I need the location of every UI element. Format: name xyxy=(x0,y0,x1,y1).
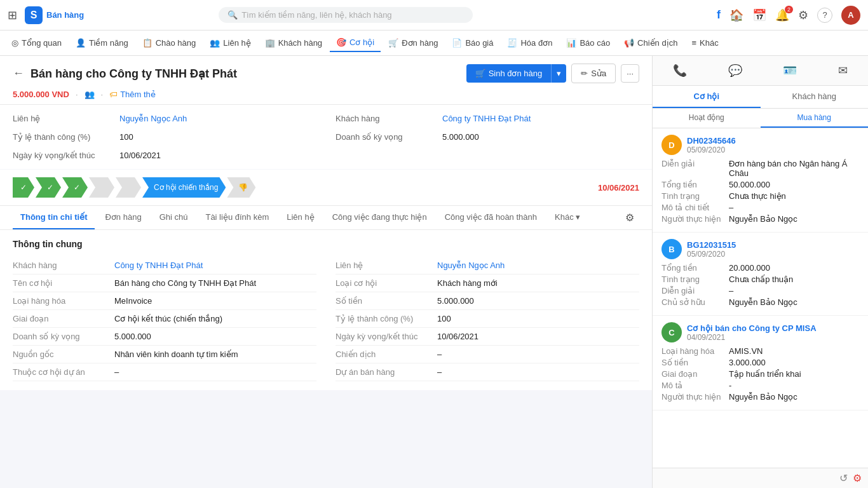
detail-thuoc-co-hoi-label: Thuộc cơ hội dự án xyxy=(13,367,114,377)
add-tag-button[interactable]: 🏷 Thêm thẻ xyxy=(109,90,156,99)
menu-item-bao-gia[interactable]: 📄 Báo giá xyxy=(445,34,499,51)
rp-tong-tien-val-2: 20.000.000 xyxy=(729,263,770,273)
tab-cong-viec-hoan[interactable]: Công việc đã hoàn thành xyxy=(437,206,545,229)
rp-refresh-icon[interactable]: ↺ xyxy=(839,472,848,484)
pipeline-step-5[interactable] xyxy=(116,177,141,198)
menu-item-chien-dich[interactable]: 📢 Chiến dịch xyxy=(618,34,684,51)
khach-hang-value[interactable]: Công ty TNHH Đạt Phát xyxy=(442,114,531,123)
rp-card-1-id-date: DH02345646 05/09/2020 xyxy=(687,136,736,154)
rp-mo-ta-val-1: – xyxy=(729,203,733,212)
rp-card-2-header: B BG12031515 05/09/2020 xyxy=(661,239,859,259)
back-button[interactable]: ← xyxy=(13,67,24,80)
tab-cong-viec-dang[interactable]: Công việc đang thực hiện xyxy=(325,206,435,229)
pipeline-step-active[interactable]: Cơ hội chiến thắng xyxy=(142,177,226,198)
rp-sms-icon[interactable]: 💬 xyxy=(722,61,749,80)
avatar[interactable]: A xyxy=(841,6,860,25)
menu-item-khac[interactable]: ≡ Khác xyxy=(685,34,724,51)
menu-item-hoa-don[interactable]: 🧾 Hóa đơn xyxy=(501,34,559,51)
menu-item-bao-cao[interactable]: 📊 Báo cáo xyxy=(560,34,616,51)
rp-card-3-id[interactable]: Cơ hội bán cho Công ty CP MISA xyxy=(687,323,817,333)
co-hoi-icon: 🎯 xyxy=(336,37,346,47)
gear-icon[interactable]: ⚙ xyxy=(798,8,808,22)
lien-he-value[interactable]: Nguyễn Ngọc Anh xyxy=(119,114,187,123)
pipeline-step-1[interactable]: ✓ xyxy=(13,177,34,198)
detail-content: Thông tin chung Khách hàng Công ty TNHH … xyxy=(0,230,652,390)
pipeline-step-2[interactable]: ✓ xyxy=(36,177,61,198)
tab-ghi-chu[interactable]: Ghi chú xyxy=(152,206,196,229)
form-row-khach-hang: Khách hàng Công ty TNHH Đạt Phát xyxy=(336,114,639,123)
rp-subtab-mua-hang[interactable]: Mua hàng xyxy=(761,109,869,128)
rp-card-2: B BG12031515 05/09/2020 Tổng tiền 20.000… xyxy=(653,233,868,316)
tab-settings-icon[interactable]: ⚙ xyxy=(620,207,639,229)
tab-thong-tin-chi-tiet[interactable]: Thông tin chi tiết xyxy=(13,206,95,229)
detail-row-nguon-goc: Nguồn gốc Nhân viên kinh doanh tự tìm ki… xyxy=(13,346,316,363)
brand: S Bán hàng xyxy=(25,6,84,24)
detail-so-tien-value: 5.000.000 xyxy=(437,296,639,306)
page-header-top: ← Bán hàng cho Công ty TNHH Đạt Phát 🛒 S… xyxy=(13,64,639,83)
detail-giai-doan-label: Giai đoạn xyxy=(13,314,114,323)
search-bar[interactable]: 🔍 Tìm kiếm tiềm năng, liên hệ, khách hàn… xyxy=(219,7,473,23)
detail-col-left: Khách hàng Công ty TNHH Đạt Phát Tên cơ … xyxy=(13,257,316,381)
rp-tab-co-hoi[interactable]: Cơ hội xyxy=(653,86,761,108)
rp-email-icon[interactable]: ✉ xyxy=(832,61,854,80)
page-title: Bán hàng cho Công ty TNHH Đạt Phát xyxy=(31,67,237,81)
rp-card-1-tong-tien: Tổng tiền 50.000.000 xyxy=(661,180,859,189)
lien-he-label: Liên hệ xyxy=(13,114,114,123)
menu-item-co-hoi[interactable]: 🎯 Cơ hội xyxy=(330,34,381,52)
detail-row-thuoc-co-hoi: Thuộc cơ hội dự án – xyxy=(13,363,316,381)
detail-lien-he-value[interactable]: Nguyễn Ngọc Anh xyxy=(437,261,639,270)
detail-chien-dich-label: Chiến dịch xyxy=(336,349,437,359)
menu-item-lien-he[interactable]: 👥 Liên hệ xyxy=(203,34,257,51)
header-actions: 🛒 Sinh đơn hàng ▾ ✏ Sửa ··· xyxy=(466,64,639,83)
tag-icon: 🏷 xyxy=(109,90,118,99)
rp-card-2-id-date: BG12031515 05/09/2020 xyxy=(687,240,736,259)
detail-loai-hang-label: Loại hàng hóa xyxy=(13,296,114,306)
rp-filter-icon[interactable]: ⚙ xyxy=(853,472,862,484)
menu-item-tong-quan[interactable]: ◎ Tổng quan xyxy=(5,34,68,51)
pipeline-step-3[interactable]: ✓ xyxy=(62,177,88,198)
menu-item-don-hang[interactable]: 🛒 Đơn hàng xyxy=(382,34,444,51)
rp-card-3: C Cơ hội bán cho Công ty CP MISA 04/09/2… xyxy=(653,316,868,410)
pipeline-step-4[interactable] xyxy=(89,177,114,198)
form-row-doanh-so: Doanh số kỳ vọng 5.000.000 xyxy=(336,132,639,142)
rp-card-3-date: 04/09/2021 xyxy=(687,333,817,342)
menu-item-khach-hang[interactable]: 🏢 Khách hàng xyxy=(259,34,329,51)
order-dropdown-button[interactable]: ▾ xyxy=(551,64,566,83)
main-layout: ← Bán hàng cho Công ty TNHH Đạt Phát 🛒 S… xyxy=(0,56,868,488)
btn-group-order: 🛒 Sinh đơn hàng ▾ xyxy=(466,64,567,83)
detail-chien-dich-value: – xyxy=(437,349,639,359)
rp-tab-khach-hang[interactable]: Khách hàng xyxy=(761,86,869,108)
hoa-don-label: Hóa đơn xyxy=(520,38,552,48)
help-icon[interactable]: ? xyxy=(817,8,832,23)
rp-nguoi-thuc-hien-label-1: Người thực hiện xyxy=(661,214,725,224)
more-options-button[interactable]: ··· xyxy=(621,64,639,83)
calendar-icon[interactable]: 📅 xyxy=(752,8,766,22)
create-order-button[interactable]: 🛒 Sinh đơn hàng xyxy=(466,64,552,83)
rp-card-2-id[interactable]: BG12031515 xyxy=(687,240,736,250)
brand-icon: S xyxy=(25,6,43,24)
tab-tai-lieu[interactable]: Tài liệu đính kèm xyxy=(198,206,276,229)
app-grid-icon[interactable]: ⊞ xyxy=(8,8,17,22)
rp-card-1-tinh-trang: Tình trạng Chưa thực hiện xyxy=(661,191,859,201)
detail-khach-hang-value[interactable]: Công ty TNHH Đạt Phát xyxy=(114,261,316,270)
menu-item-chao-hang[interactable]: 📋 Chào hàng xyxy=(136,34,203,51)
tab-khac[interactable]: Khác ▾ xyxy=(547,206,588,229)
detail-ten-co-hoi-label: Tên cơ hội xyxy=(13,278,114,288)
rp-card-1-id[interactable]: DH02345646 xyxy=(687,136,736,146)
pipeline-step-thumbsdown[interactable]: 👎 xyxy=(227,177,255,198)
pipeline-date: 10/06/2021 xyxy=(598,183,639,193)
bell-icon[interactable]: 🔔 2 xyxy=(775,8,789,22)
rp-card-icon[interactable]: 🪪 xyxy=(776,61,803,80)
tab-lien-he[interactable]: Liên hệ xyxy=(279,206,322,229)
rp-phone-icon[interactable]: 📞 xyxy=(667,61,693,80)
edit-button[interactable]: ✏ Sửa xyxy=(571,64,616,83)
edit-label: Sửa xyxy=(591,69,606,78)
facebook-icon[interactable]: f xyxy=(717,8,721,22)
rp-subtab-hoat-dong[interactable]: Hoạt động xyxy=(653,109,761,128)
home-icon[interactable]: 🏠 xyxy=(729,8,743,22)
rp-giai-doan-label-3: Giai đoạn xyxy=(661,369,725,379)
tab-don-hang[interactable]: Đơn hàng xyxy=(97,206,149,229)
detail-so-tien-label: Số tiền xyxy=(336,296,437,306)
doanh-so-label: Doanh số kỳ vọng xyxy=(336,132,437,142)
menu-item-tiem-nang[interactable]: 👤 Tiềm năng xyxy=(69,34,135,51)
